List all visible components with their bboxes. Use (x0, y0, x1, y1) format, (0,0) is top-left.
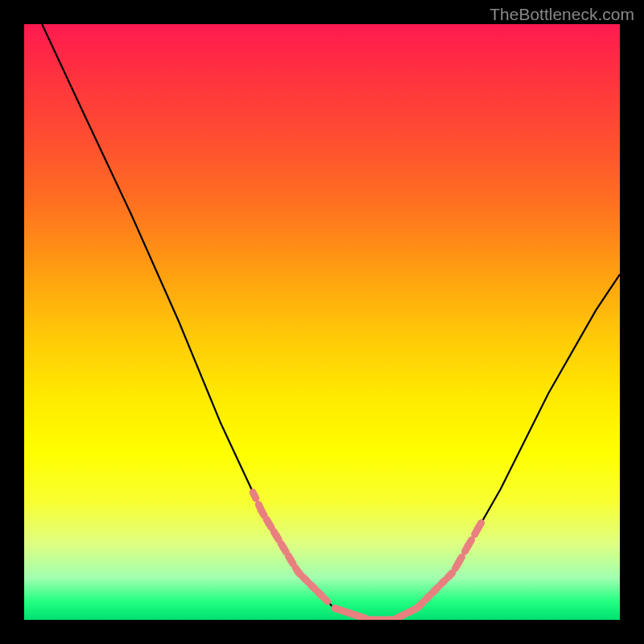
svg-line-18 (320, 594, 323, 597)
svg-line-54 (436, 588, 438, 590)
curve-path (42, 24, 620, 620)
svg-line-62 (469, 540, 472, 546)
svg-line-4 (269, 523, 271, 527)
svg-line-2 (262, 510, 264, 515)
bottleneck-curve (24, 24, 620, 620)
svg-line-52 (428, 595, 431, 597)
svg-line-19 (325, 599, 328, 601)
svg-line-8 (283, 548, 286, 552)
svg-line-0 (253, 493, 256, 499)
svg-line-14 (306, 580, 308, 582)
svg-line-16 (313, 587, 316, 589)
svg-line-56 (443, 580, 445, 583)
svg-line-58 (450, 573, 452, 576)
svg-line-12 (298, 572, 300, 575)
svg-line-64 (478, 523, 481, 529)
svg-line-60 (459, 557, 462, 563)
curve-highlight-dashes (253, 493, 481, 620)
svg-line-10 (291, 560, 293, 564)
watermark-text: TheBottleneck.com (489, 5, 634, 24)
svg-line-50 (420, 602, 423, 605)
svg-line-6 (276, 535, 279, 539)
